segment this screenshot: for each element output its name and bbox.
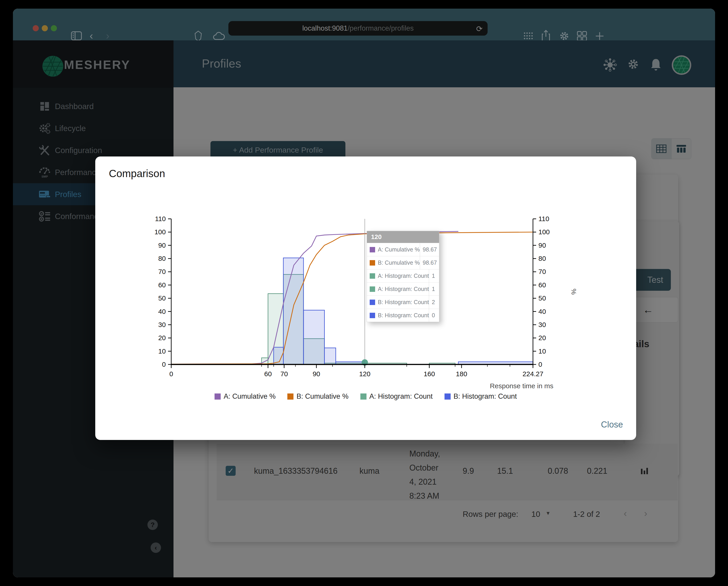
series-swatch — [370, 273, 375, 279]
tooltip-row: A: Cumulative %98.67 — [367, 243, 439, 256]
svg-text:60: 60 — [538, 281, 546, 289]
series-swatch — [370, 313, 375, 318]
svg-text:50: 50 — [158, 294, 166, 302]
svg-text:70: 70 — [538, 268, 546, 275]
svg-text:90: 90 — [313, 370, 320, 378]
svg-text:70: 70 — [280, 370, 288, 378]
svg-text:50: 50 — [538, 294, 546, 302]
svg-text:110: 110 — [155, 215, 166, 222]
tooltip-row: A: Histogram: Count1 — [367, 269, 439, 282]
tooltip-row: A: Histogram: Count1 — [367, 282, 439, 295]
close-button[interactable]: Close — [601, 420, 623, 429]
svg-text:30: 30 — [158, 321, 166, 328]
chart-tooltip: 120 A: Cumulative %98.67B: Cumulative %9… — [367, 231, 439, 322]
svg-text:%: % — [570, 289, 578, 295]
comparison-modal: Comparison 00101020203030404050506060707… — [95, 157, 636, 440]
svg-text:0: 0 — [162, 361, 166, 368]
svg-text:80: 80 — [158, 255, 166, 262]
svg-text:90: 90 — [538, 241, 546, 249]
svg-text:224.27: 224.27 — [522, 370, 543, 378]
modal-title: Comparison — [109, 167, 165, 180]
svg-text:100: 100 — [538, 228, 550, 236]
svg-text:10: 10 — [538, 347, 546, 355]
svg-text:70: 70 — [158, 268, 166, 275]
svg-text:60: 60 — [158, 281, 166, 289]
svg-text:20: 20 — [538, 334, 546, 342]
svg-text:10: 10 — [158, 347, 166, 355]
svg-text:20: 20 — [158, 334, 166, 342]
svg-text:30: 30 — [538, 321, 546, 328]
tooltip-row: B: Histogram: Count0 — [367, 309, 439, 322]
legend-item[interactable]: B: Cumulative % — [287, 392, 348, 400]
series-swatch — [370, 247, 375, 252]
svg-text:Response time in ms: Response time in ms — [490, 382, 553, 390]
svg-text:100: 100 — [154, 228, 166, 236]
series-swatch — [370, 299, 375, 305]
svg-text:60: 60 — [264, 370, 272, 378]
tooltip-row: B: Histogram: Count2 — [367, 295, 439, 309]
svg-text:180: 180 — [456, 370, 467, 378]
series-swatch — [370, 260, 375, 266]
legend-item[interactable]: A: Cumulative % — [214, 392, 276, 400]
legend-swatch — [287, 394, 293, 400]
svg-text:40: 40 — [158, 308, 166, 315]
desktop-background: ‹ › localhost:9081/performance/profiles … — [0, 0, 728, 586]
svg-text:90: 90 — [158, 241, 166, 249]
legend-swatch — [444, 394, 451, 400]
tooltip-row: B: Cumulative %98.67 — [367, 256, 439, 269]
legend-swatch — [360, 394, 366, 400]
svg-text:160: 160 — [424, 370, 435, 378]
tooltip-title: 120 — [367, 231, 439, 243]
svg-text:0: 0 — [538, 361, 542, 368]
chart-legend: A: Cumulative %B: Cumulative %A: Histogr… — [95, 392, 636, 400]
legend-item[interactable]: A: Histogram: Count — [360, 392, 433, 400]
svg-text:110: 110 — [538, 215, 549, 222]
legend-swatch — [214, 394, 221, 400]
comparison-chart[interactable]: 0010102020303040405050606070708080909010… — [148, 213, 580, 401]
svg-text:80: 80 — [538, 255, 546, 262]
svg-text:120: 120 — [359, 370, 370, 378]
legend-item[interactable]: B: Histogram: Count — [444, 392, 517, 400]
svg-text:0: 0 — [170, 370, 173, 378]
svg-text:40: 40 — [538, 308, 546, 315]
series-swatch — [370, 287, 375, 292]
browser-window: ‹ › localhost:9081/performance/profiles … — [13, 9, 715, 577]
